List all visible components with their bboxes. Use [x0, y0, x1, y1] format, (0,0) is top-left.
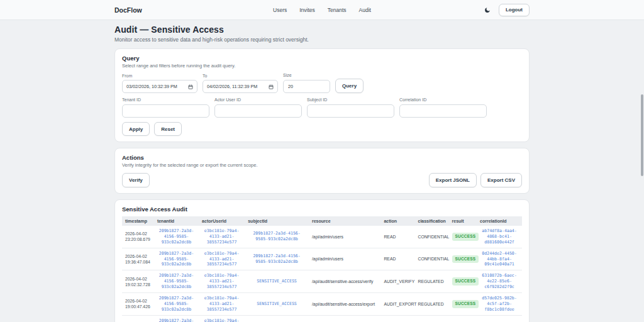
to-field: To [203, 74, 278, 93]
export-csv-button[interactable]: Export CSV [480, 173, 522, 187]
actions-card: Actions Verify integrity for the selecte… [114, 148, 530, 194]
audit-table: timestamp tenantId actorUserId subjectId… [122, 216, 522, 322]
nav-audit[interactable]: Audit [359, 7, 371, 13]
column-header-result: result [449, 216, 477, 226]
page-subtitle: Monitor access to sensitive data and hig… [114, 36, 530, 43]
correlation-id-label: Correlation ID [399, 97, 487, 102]
subject-id-input[interactable] [307, 104, 394, 118]
audit-card-title: Sensitive Access Audit [122, 206, 522, 213]
main-content: Audit — Sensitive Access Monitor access … [114, 20, 530, 322]
cell-actor-user-id[interactable]: e3bc181e-79a4-4133-ad21-38557234e577 [199, 270, 245, 293]
tenant-id-label: Tenant ID [122, 97, 209, 102]
cell-result: SUCCESS [449, 226, 477, 248]
cell-actor-user-id[interactable]: e3bc181e-79a4-4133-ad21-38557234e577 [199, 248, 245, 270]
cell-action: AUDIT_VERIFY [380, 270, 414, 293]
query-range-row: From To Size Query [122, 73, 522, 93]
cell-tenant-id[interactable]: 209b1827-2a3d-4156-9585-933c02a2dc8b [154, 270, 199, 293]
correlation-id-field: Correlation ID [399, 97, 487, 118]
cell-actor-user-id[interactable]: e3bc181e-79a4-4133-ad21-38557234e577 [199, 315, 245, 322]
reset-button[interactable]: Reset [154, 122, 182, 136]
apply-button[interactable]: Apply [122, 122, 150, 136]
column-header-subject-id: subjectId [245, 216, 309, 226]
cell-classification: REGULATED [415, 293, 449, 316]
query-card-title: Query [122, 55, 522, 62]
audit-table-head: timestamp tenantId actorUserId subjectId… [122, 216, 522, 226]
cell-tenant-id[interactable]: 209b1827-2a3d-4156-9585-933c02a2dc8b [154, 315, 199, 322]
actor-user-id-input[interactable] [214, 104, 302, 118]
audit-table-row[interactable]: 2026-04-02 23:20:08.679 209b1827-2a3d-41… [122, 226, 522, 248]
column-header-correlation-id: correlationId [477, 216, 522, 226]
actions-card-subtitle: Verify integrity for the selected range … [122, 162, 522, 168]
subject-id-label: Subject ID [307, 97, 394, 102]
cell-tenant-id[interactable]: 209b1827-2a3d-4156-9585-933c02a2dc8b [154, 248, 199, 270]
audit-table-row[interactable]: 2026-04-02 19:02:32.728 209b1827-2a3d-41… [122, 270, 522, 293]
from-datetime-value[interactable] [126, 84, 186, 89]
column-header-timestamp: timestamp [122, 216, 154, 226]
cell-classification: CONFIDENTIAL [415, 248, 449, 270]
column-header-resource: resource [309, 216, 380, 226]
calendar-icon[interactable] [269, 84, 274, 89]
cell-subject-id[interactable]: 209b1827-2a3d-4156-9585-933c02a2dc8b [245, 226, 309, 248]
cell-timestamp: 2026-04-02 23:20:08.679 [122, 226, 154, 248]
cell-result: SUCCESS [449, 293, 477, 316]
cell-classification: CONFIDENTIAL [415, 226, 449, 248]
cell-subject-id[interactable]: SENSITIVE_ACCESS [245, 270, 309, 293]
verify-button[interactable]: Verify [122, 173, 150, 187]
cell-correlation-id[interactable]: 6d37dc0d-deb4- [477, 315, 522, 322]
cell-subject-id[interactable]: 209b1827-2a3d-4156-9585-933c02a2dc8b [245, 248, 309, 270]
scrollbar[interactable] [641, 94, 643, 176]
actor-user-id-field: Actor User ID [214, 97, 302, 118]
audit-table-row[interactable]: 2026-04-02 19:36:47.084 209b1827-2a3d-41… [122, 248, 522, 270]
main-nav: Users Invites Tenants Audit [273, 7, 371, 13]
audit-table-row[interactable]: 2026-04-02 19:00:47.426 209b1827-2a3d-41… [122, 293, 522, 316]
export-jsonl-button[interactable]: Export JSONL [429, 173, 477, 187]
cell-correlation-id[interactable]: d57de025-982b-4c5f-af2b-f8bc1c08fdee [477, 293, 522, 316]
tenant-id-field: Tenant ID [122, 97, 209, 118]
actions-buttons-row: Verify Export JSONL Export CSV [122, 173, 522, 187]
from-field: From [122, 74, 197, 93]
to-datetime-value[interactable] [207, 84, 266, 89]
size-label: Size [283, 73, 330, 77]
nav-invites[interactable]: Invites [299, 7, 315, 13]
cell-resource: /api/audit/sensitive-access/verify [309, 270, 380, 293]
audit-table-body: 2026-04-02 23:20:08.679 209b1827-2a3d-41… [122, 226, 522, 322]
cell-subject-id[interactable] [245, 315, 309, 322]
column-header-tenant-id: tenantId [154, 216, 199, 226]
correlation-id-input[interactable] [399, 104, 487, 118]
tenant-id-input[interactable] [122, 104, 209, 118]
query-card-subtitle: Select range and filters before running … [122, 63, 522, 69]
from-datetime-input[interactable] [122, 80, 197, 93]
audit-table-row[interactable]: 209b1827-2a3d-4156-9585-933c02a2dc8b e3b… [122, 315, 522, 322]
logout-button[interactable]: Logout [499, 4, 530, 16]
calendar-icon[interactable] [188, 84, 193, 89]
cell-correlation-id[interactable]: 0d244de2-4450-44bb-8fa4-09c41e040a71 [477, 248, 522, 270]
export-buttons-group: Export JSONL Export CSV [429, 173, 522, 187]
cell-actor-user-id[interactable]: e3bc181e-79a4-4133-ad21-38557234e577 [199, 226, 245, 248]
query-card: Query Select range and filters before ru… [114, 48, 530, 142]
brand[interactable]: DocFlow [114, 6, 273, 14]
result-badge: SUCCESS [452, 277, 479, 286]
cell-result: SUCCESS [449, 270, 477, 293]
cell-correlation-id[interactable]: ab74df8a-4aa4-4868-bc41-d881600e442f [477, 226, 522, 248]
cell-action: READ [380, 226, 414, 248]
size-input[interactable] [283, 80, 330, 93]
nav-tenants[interactable]: Tenants [328, 7, 347, 13]
result-badge: SUCCESS [452, 255, 479, 264]
nav-users[interactable]: Users [273, 7, 287, 13]
cell-actor-user-id[interactable]: e3bc181e-79a4-4133-ad21-38557234e577 [199, 293, 245, 316]
moon-icon [484, 7, 491, 13]
result-badge: SUCCESS [452, 300, 479, 308]
theme-toggle-button[interactable] [484, 7, 491, 13]
topbar-right: Logout [371, 4, 530, 16]
cell-timestamp: 2026-04-02 19:36:47.084 [122, 248, 154, 270]
topbar: DocFlow Users Invites Tenants Audit Logo… [0, 0, 644, 20]
query-button[interactable]: Query [335, 79, 364, 93]
actor-user-id-label: Actor User ID [214, 97, 302, 102]
cell-result [449, 315, 477, 322]
cell-tenant-id[interactable]: 209b1827-2a3d-4156-9585-933c02a2dc8b [154, 226, 199, 248]
cell-subject-id[interactable]: SENSITIVE_ACCESS [245, 293, 309, 316]
cell-correlation-id[interactable]: 6310872b-6aec-4e22-85e6-c6f9282d2f9c [477, 270, 522, 293]
cell-tenant-id[interactable]: 209b1827-2a3d-4156-9585-933c02a2dc8b [154, 293, 199, 316]
to-datetime-input[interactable] [203, 80, 278, 93]
to-label: To [203, 74, 278, 78]
